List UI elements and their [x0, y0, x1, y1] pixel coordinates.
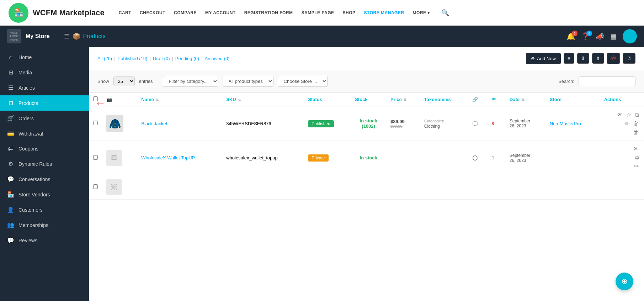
row-select-checkbox[interactable] [93, 155, 98, 160]
edit-button[interactable]: ✏ [633, 162, 640, 170]
row-select-checkbox[interactable] [93, 121, 98, 125]
view-product-button[interactable]: 👁 [632, 145, 640, 153]
layout-icon[interactable]: ▦ [610, 32, 617, 41]
th-sku[interactable]: SKU ⇅ [222, 93, 304, 106]
sidebar-item-customers[interactable]: 👤 Customers [0, 202, 89, 217]
filter-category-dropdown[interactable]: Filter by category... [163, 76, 218, 87]
sidebar-item-home[interactable]: ⌂ Home [0, 50, 89, 65]
search-input[interactable] [579, 76, 635, 86]
row-select-checkbox[interactable] [93, 184, 98, 189]
product-name-link[interactable]: Black Jacket [141, 121, 167, 126]
nav-checkout[interactable]: CHECKOUT [140, 10, 165, 15]
th-actions: Actions [600, 93, 644, 106]
status-badge: Private [308, 154, 328, 162]
sidebar-item-withdrawal[interactable]: 💳 Withdrawal [0, 126, 89, 141]
nav-compare[interactable]: COMPARE [174, 10, 197, 15]
row-sku: 345WERSDFSER876 [222, 106, 304, 141]
sidebar-item-orders[interactable]: 🛒 Orders [0, 111, 89, 126]
filter-pending[interactable]: Pending (0) [175, 56, 199, 61]
th-date[interactable]: Date ⇅ [505, 93, 545, 106]
table-row: 🖼 [89, 175, 644, 200]
row-stock: In stock [351, 141, 386, 175]
nav-cart[interactable]: CART [119, 10, 131, 15]
nav-shop[interactable]: SHOP [343, 10, 356, 15]
sidebar-item-memberships[interactable]: 👥 Memberships [0, 217, 89, 233]
media-icon: ⊞ [7, 69, 14, 76]
products-icon: ⊡ [7, 100, 14, 106]
delete-button[interactable]: 🗑 [632, 120, 640, 128]
nav-registration[interactable]: REGISTRATION FORM [244, 10, 293, 15]
content-area: All (20) | Published (19) | Draft (0) | … [89, 47, 644, 301]
coupons-icon: 🏷 [7, 146, 14, 152]
notification-badge: 3 [572, 31, 578, 36]
sidebar-item-reviews[interactable]: 💬 Reviews [0, 233, 89, 248]
copy-button[interactable]: ⧉ [634, 154, 640, 162]
view-product-button[interactable]: 👁 [616, 111, 624, 119]
store-link[interactable]: NerdMasterPro [550, 121, 581, 126]
filter-archived[interactable]: Archived (0) [204, 56, 229, 61]
main-layout: ⌂ Home ⊞ Media ☰ Articles ⊡ Products ← 🛒… [0, 47, 644, 301]
export-list-button[interactable]: ≡ [564, 53, 574, 64]
filter-draft[interactable]: Draft (0) [153, 56, 170, 61]
add-new-button[interactable]: ⊕ Add New [526, 53, 561, 64]
row-checkbox [89, 175, 102, 200]
th-price[interactable]: Price ⇅ [386, 93, 420, 106]
nav-sample-page[interactable]: SAMPLE PAGE [302, 10, 334, 15]
trash-button[interactable]: 🗑 [632, 128, 640, 136]
filter-product-types-dropdown[interactable]: All product types [223, 76, 273, 87]
entries-select[interactable]: 25 50 100 [113, 76, 135, 86]
th-taxonomies: Taxonomies [420, 93, 468, 106]
filter-published[interactable]: Published (19) [118, 56, 148, 61]
import-button[interactable]: ⬇ [577, 53, 589, 64]
nav-more[interactable]: MORE ▾ [413, 10, 430, 15]
sidebar-item-dynamic-rules[interactable]: ⚙ Dynamic Rules [0, 156, 89, 171]
floating-action-button[interactable]: ⊕ [616, 273, 633, 290]
edit-button[interactable]: ✏ [624, 120, 630, 128]
search-icon[interactable]: 🔍 [441, 9, 449, 17]
conversations-icon: 💬 [7, 176, 14, 183]
sidebar-item-products[interactable]: ⊡ Products ← [0, 95, 89, 111]
wordpress-button[interactable]: Ⓦ [607, 53, 620, 64]
product-image-placeholder: 🖼 [106, 179, 122, 195]
sidebar-item-media[interactable]: ⊞ Media [0, 65, 89, 80]
sidebar-item-articles[interactable]: ☰ Articles [0, 80, 89, 95]
monitor-button[interactable]: 🖥 [623, 53, 635, 64]
box-icon: 📦 [73, 32, 80, 40]
row-links: ⬡ [468, 141, 488, 175]
sidebar-item-coupons[interactable]: 🏷 Coupons [0, 141, 89, 156]
row-image: 🧥 [102, 106, 137, 141]
customers-icon: 👤 [7, 206, 14, 213]
memberships-icon: 👥 [7, 222, 14, 228]
admin-bar: YOUR LOGO HERE My Store ☰ 📦 Products 🔔 3… [0, 26, 644, 47]
copy-button[interactable]: ⧉ [634, 111, 640, 119]
notification-bell[interactable]: 🔔 3 [566, 32, 575, 41]
th-name[interactable]: Name ⇅ [137, 93, 222, 106]
nav-my-account[interactable]: MY ACCOUNT [205, 10, 236, 15]
product-image-placeholder: 🖼 [106, 150, 122, 166]
row-name: WholesaleX Wallet TopUP [137, 141, 222, 175]
sidebar-item-conversations[interactable]: 💬 Conversations [0, 171, 89, 187]
row-price: – [386, 141, 420, 175]
filter-all[interactable]: All (20) [97, 56, 112, 61]
nav-store-manager[interactable]: STORE MANAGER [364, 10, 404, 15]
admin-avatar[interactable] [623, 29, 637, 43]
sidebar-item-store-vendors[interactable]: 🏪 Store Vendors [0, 187, 89, 202]
sidebar-label-customers: Customers [18, 207, 43, 213]
megaphone-icon[interactable]: 📣 [596, 32, 605, 41]
admin-bar-left: YOUR LOGO HERE My Store [7, 29, 50, 43]
orders-icon: 🛒 [7, 115, 14, 122]
filter-bar: All (20) | Published (19) | Draft (0) | … [89, 47, 644, 70]
bookmark-button[interactable]: ☆ [625, 111, 632, 119]
entries-label: entries [139, 79, 153, 84]
export-button[interactable]: ⬆ [592, 53, 604, 64]
choose-store-dropdown[interactable]: Choose Store ... [278, 76, 328, 87]
sidebar: ⌂ Home ⊞ Media ☰ Articles ⊡ Products ← 🛒… [0, 47, 89, 301]
th-store: Store [545, 93, 600, 106]
sidebar-label-articles: Articles [18, 85, 35, 91]
help-icon[interactable]: ❓ 0 [581, 32, 590, 41]
sidebar-label-media: Media [18, 70, 32, 75]
hamburger-icon[interactable]: ☰ [64, 32, 70, 40]
product-name-link[interactable]: WholesaleX Wallet TopUP [141, 155, 195, 160]
row-stock: In stock(1002) [351, 106, 386, 141]
sidebar-label-reviews: Reviews [18, 238, 37, 243]
